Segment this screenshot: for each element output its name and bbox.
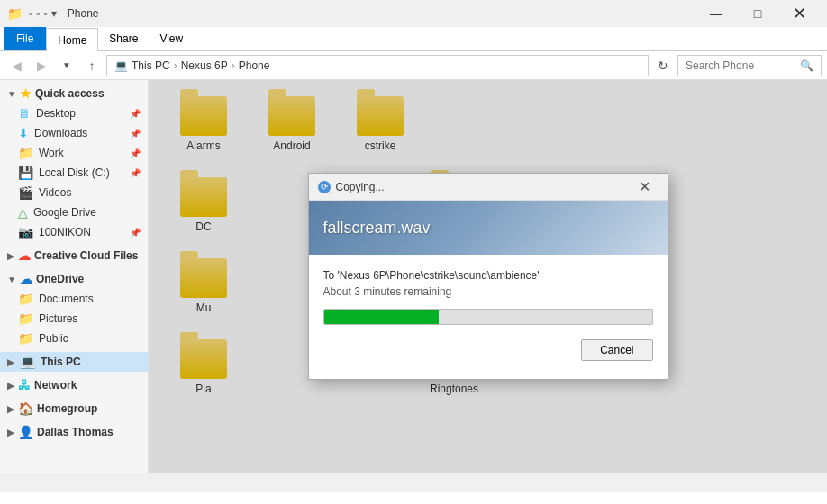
copy-icon: ⟳ xyxy=(321,182,328,192)
sidebar-header-onedrive[interactable]: ▼ ☁ OneDrive xyxy=(0,269,148,289)
main-area: ▼ ★ Quick access 🖥 Desktop 📌 ⬇ Downloads… xyxy=(0,80,827,472)
sidebar-label-localdisk: Local Disk (C:) xyxy=(39,166,110,179)
restore-icon: ▫ xyxy=(36,7,40,20)
sidebar-label-public: Public xyxy=(39,332,68,345)
quickaccess-icon: ★ xyxy=(20,86,32,101)
sidebar-label-thispc: This PC xyxy=(41,356,81,368)
recent-locations-button[interactable]: ▼ xyxy=(56,55,77,76)
sidebar-label-cc: Creative Cloud Files xyxy=(34,249,138,262)
ribbon: File Home Share View xyxy=(0,27,827,51)
sidebar-item-videos[interactable]: 🎬 Videos xyxy=(0,183,148,202)
sidebar-label-downloads: Downloads xyxy=(34,127,87,140)
back-button[interactable]: ◀ xyxy=(5,55,27,76)
sidebar-section-network: ▶ 🖧 Network xyxy=(0,375,148,395)
chevron-cc-icon: ▶ xyxy=(7,251,14,261)
title-bar-icons: 📁 ▫ ▫ ▫ ▾ xyxy=(7,6,57,21)
path-thispc: This PC xyxy=(132,59,170,72)
dialog-time: About 3 minutes remaining xyxy=(323,285,653,298)
close-button[interactable]: ✕ xyxy=(778,0,820,27)
sidebar-header-user[interactable]: ▶ 👤 Dallas Thomas xyxy=(0,422,148,442)
sidebar: ▼ ★ Quick access 🖥 Desktop 📌 ⬇ Downloads… xyxy=(0,80,149,472)
cancel-button[interactable]: Cancel xyxy=(581,339,652,361)
chevron-onedrive-icon: ▼ xyxy=(7,274,16,284)
sidebar-item-localdisk[interactable]: 💾 Local Disk (C:) 📌 xyxy=(0,163,148,183)
path-icon: 💻 xyxy=(114,59,128,72)
dialog-filename: fallscream.wav xyxy=(323,219,431,238)
sidebar-header-cc[interactable]: ▶ ☁ Creative Cloud Files xyxy=(0,246,148,266)
dialog-body: To 'Nexus 6P\Phone\cstrike\sound\ambienc… xyxy=(309,255,668,379)
path-nexus: Nexus 6P xyxy=(181,59,228,72)
system-icon: 📁 xyxy=(7,6,22,21)
documents-icon: 📁 xyxy=(18,292,33,306)
sidebar-item-100nikon[interactable]: 📷 100NIKON 📌 xyxy=(0,222,148,242)
sidebar-header-quickaccess[interactable]: ▼ ★ Quick access xyxy=(0,84,148,104)
pin-localdisk-icon: 📌 xyxy=(130,168,141,178)
sidebar-item-googledrive[interactable]: △ Google Drive xyxy=(0,202,148,222)
sidebar-section-cc: ▶ ☁ Creative Cloud Files xyxy=(0,246,148,266)
sidebar-item-public[interactable]: 📁 Public xyxy=(0,328,148,348)
sidebar-section-quickaccess: ▼ ★ Quick access 🖥 Desktop 📌 ⬇ Downloads… xyxy=(0,84,148,242)
sidebar-item-desktop[interactable]: 🖥 Desktop 📌 xyxy=(0,104,148,123)
tab-home[interactable]: Home xyxy=(46,28,98,51)
chevron-thispc-icon: ▶ xyxy=(7,357,14,367)
chevron-homegroup-icon: ▶ xyxy=(7,404,14,414)
pictures-icon: 📁 xyxy=(18,311,33,326)
sidebar-section-user: ▶ 👤 Dallas Thomas xyxy=(0,422,148,442)
up-button[interactable]: ↑ xyxy=(81,55,103,76)
sidebar-label-desktop: Desktop xyxy=(36,107,76,120)
homegroup-icon: 🏠 xyxy=(18,401,33,416)
sidebar-label-100nikon: 100NIKON xyxy=(39,226,91,238)
pin-downloads-icon: 📌 xyxy=(130,129,141,139)
search-box[interactable]: 🔍 xyxy=(677,55,822,76)
minimize-button[interactable]: — xyxy=(695,0,737,27)
tab-view[interactable]: View xyxy=(149,27,194,50)
dialog-footer: Cancel xyxy=(323,339,653,364)
sidebar-item-downloads[interactable]: ⬇ Downloads 📌 xyxy=(0,123,148,143)
thispc-icon: 💻 xyxy=(20,355,35,369)
quick-access-toolbar-icon: ▾ xyxy=(51,7,57,20)
sidebar-label-onedrive: OneDrive xyxy=(36,273,84,285)
sidebar-label-videos: Videos xyxy=(39,186,71,199)
downloads-icon: ⬇ xyxy=(18,126,29,140)
search-input[interactable] xyxy=(686,59,796,72)
window-title: Phone xyxy=(68,7,99,20)
forward-button[interactable]: ▶ xyxy=(31,55,52,76)
sidebar-item-thispc[interactable]: ▶ 💻 This PC xyxy=(0,352,148,372)
sidebar-label-quickaccess: Quick access xyxy=(35,87,105,100)
sidebar-item-documents[interactable]: 📁 Documents xyxy=(0,289,148,309)
status-bar xyxy=(0,472,827,492)
sidebar-label-user: Dallas Thomas xyxy=(37,426,114,438)
network-icon: 🖧 xyxy=(18,378,31,392)
sidebar-label-pictures: Pictures xyxy=(39,312,77,325)
nikon-icon: 📷 xyxy=(18,225,33,239)
sidebar-item-work[interactable]: 📁 Work 📌 xyxy=(0,143,148,163)
cc-icon: ☁ xyxy=(18,248,31,263)
tab-file[interactable]: File xyxy=(4,27,46,50)
modal-overlay: ⟳ Copying... ✕ fallscream.wav To 'Nexus … xyxy=(149,80,827,472)
copy-dialog: ⟳ Copying... ✕ fallscream.wav To 'Nexus … xyxy=(308,173,668,380)
dialog-icon: ⟳ xyxy=(318,181,331,194)
sidebar-item-pictures[interactable]: 📁 Pictures xyxy=(0,309,148,328)
chevron-network-icon: ▶ xyxy=(7,381,14,391)
address-path[interactable]: 💻 This PC › Nexus 6P › Phone xyxy=(106,55,649,76)
pin-nikon-icon: 📌 xyxy=(130,228,141,238)
sidebar-label-homegroup: Homegroup xyxy=(37,402,97,415)
work-icon: 📁 xyxy=(18,146,33,160)
path-phone: Phone xyxy=(239,59,270,72)
sidebar-header-network[interactable]: ▶ 🖧 Network xyxy=(0,375,148,395)
dialog-close-button[interactable]: ✕ xyxy=(632,174,659,201)
user-avatar: 👤 xyxy=(18,425,33,439)
content-area: Alarms Android cstrike DC Movies Mu Pict… xyxy=(149,80,827,472)
chevron-user-icon: ▶ xyxy=(7,428,14,437)
pin-work-icon: 📌 xyxy=(130,148,141,158)
localdisk-icon: 💾 xyxy=(18,166,33,180)
pin-icon: ▫ xyxy=(44,7,48,20)
minimize-icon: ▫ xyxy=(29,7,32,20)
dialog-title: Copying... xyxy=(336,181,626,194)
search-icon: 🔍 xyxy=(800,59,813,72)
sidebar-header-homegroup[interactable]: ▶ 🏠 Homegroup xyxy=(0,399,148,418)
sidebar-label-network: Network xyxy=(34,379,77,392)
maximize-button[interactable]: □ xyxy=(737,0,778,27)
refresh-button[interactable]: ↻ xyxy=(652,55,674,76)
tab-share[interactable]: Share xyxy=(98,27,149,50)
